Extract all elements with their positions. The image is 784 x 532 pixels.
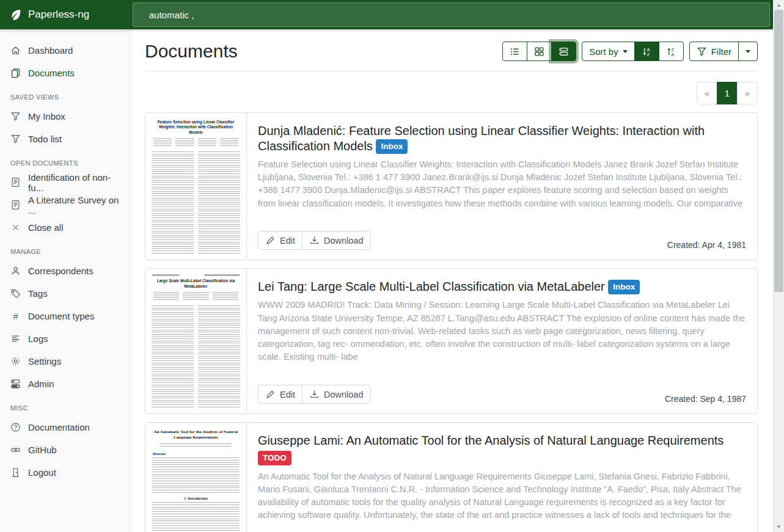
sidebar-item-settings[interactable]: Settings	[0, 350, 130, 373]
pagination-previous[interactable]: «	[697, 82, 717, 104]
house-icon	[10, 45, 21, 56]
topbar: Paperless-ng	[0, 0, 773, 29]
sidebar-heading-misc: MISC	[0, 395, 130, 416]
caret-down-icon	[623, 50, 628, 53]
document-thumbnail[interactable]: An Automatic Tool for the Analysis of Na…	[145, 423, 247, 532]
svg-text:Z: Z	[647, 51, 650, 56]
pagination-row: « 1 »	[145, 82, 758, 104]
gear-icon	[10, 356, 21, 366]
card-actions: Edit Download	[258, 385, 371, 404]
funnel-icon	[10, 111, 21, 122]
card-footer: Edit Download Created: Sep 4, 1987	[258, 374, 746, 404]
filter-button[interactable]: Filter	[689, 42, 739, 61]
document-title[interactable]: Giuseppe Lami: An Automatic Tool for the…	[258, 433, 746, 448]
vertical-scrollbar[interactable]: ▲ ▼	[773, 0, 784, 532]
tag-badge[interactable]: Inbox	[608, 280, 640, 294]
thumbnail-text	[152, 151, 240, 254]
thumbnail-text	[152, 305, 240, 408]
sidebar-item-document-types[interactable]: # Document types	[0, 305, 130, 327]
toggles-icon	[10, 379, 21, 389]
document-card: An Automatic Tool for the Analysis of Na…	[145, 422, 758, 532]
document-excerpt: WWW 2009 MADRID! Track: Data Mining / Se…	[258, 299, 746, 363]
download-icon	[309, 389, 320, 399]
thumbnail-header	[152, 274, 240, 276]
pencil-icon	[265, 389, 276, 399]
document-card-body: Lei Tang: Large Scale Multi-Label Classi…	[247, 269, 757, 414]
sidebar-item-documentation[interactable]: Documentation	[0, 416, 130, 439]
document-excerpt: Feature Selection using Linear Classifie…	[258, 158, 746, 210]
sidebar-item-open-doc-2[interactable]: A Literature Survey on ...	[0, 194, 130, 216]
sidebar-item-logs[interactable]: Logs	[0, 327, 130, 350]
thumbnail-text	[152, 457, 240, 493]
svg-text:A: A	[671, 51, 674, 56]
document-title[interactable]: Lei Tang: Large Scale Multi-Label Classi…	[258, 279, 746, 294]
document-thumbnail[interactable]: Large Scale Multi-Label Classification v…	[145, 269, 247, 414]
search-input[interactable]	[133, 2, 770, 27]
files-icon	[10, 68, 21, 78]
filter-dropdown-button[interactable]	[738, 42, 758, 61]
document-card: Feature Selection using Linear Classifie…	[145, 112, 758, 260]
file-text-icon	[10, 177, 21, 188]
funnel-icon	[697, 46, 707, 57]
sidebar-item-todo-list[interactable]: Todo list	[0, 128, 130, 150]
app-logo[interactable]: Paperless-ng	[0, 0, 130, 29]
grid-view-icon	[534, 46, 544, 57]
document-thumbnail[interactable]: Feature Selection using Linear Classifie…	[145, 113, 247, 260]
scrollbar-thumb[interactable]	[774, 10, 783, 292]
document-card-body: Dunja Mladenić: Feature Selection using …	[247, 113, 757, 260]
sidebar-item-dashboard[interactable]: Dashboard	[0, 39, 130, 62]
sidebar-item-open-doc-1[interactable]: Identification of non-fu...	[0, 171, 130, 194]
pagination-next[interactable]: »	[737, 82, 758, 104]
main-content: Documents Sort by AZ	[131, 29, 773, 532]
details-view-icon	[559, 46, 569, 57]
view-list-button[interactable]	[502, 42, 527, 61]
sidebar-item-my-inbox[interactable]: My Inbox	[0, 105, 130, 128]
document-card: Large Scale Multi-Label Classification v…	[145, 268, 758, 414]
sidebar: Dashboard Documents SAVED VIEWS My Inbox…	[0, 29, 131, 532]
filter-group: Filter	[689, 42, 758, 61]
tag-badge[interactable]: TODO	[258, 451, 291, 465]
view-grid-button[interactable]	[527, 42, 552, 61]
sidebar-heading-open-documents: OPEN DOCUMENTS	[0, 150, 130, 171]
sidebar-item-admin[interactable]: Admin	[0, 373, 130, 395]
text-lines-icon	[10, 333, 21, 344]
page-title: Documents	[145, 40, 238, 63]
sidebar-item-documents[interactable]: Documents	[0, 62, 130, 84]
sort-group: Sort by AZ ZA	[582, 42, 684, 61]
sidebar-item-close-all[interactable]: Close all	[0, 216, 130, 239]
sidebar-heading-saved-views: SAVED VIEWS	[0, 84, 130, 105]
thumbnail-text	[152, 502, 240, 532]
thumbnail-authors	[160, 443, 232, 448]
created-date: Created: Apr 4, 1981	[667, 240, 746, 250]
document-card-body: Giuseppe Lami: An Automatic Tool for the…	[247, 423, 757, 532]
download-button[interactable]: Download	[302, 385, 371, 404]
pagination: « 1 »	[697, 82, 758, 104]
download-icon	[309, 235, 320, 246]
sidebar-heading-manage: MANAGE	[0, 239, 130, 260]
view-toggle-group	[502, 42, 576, 61]
person-icon	[10, 266, 21, 276]
sort-ascending-button[interactable]: ZA	[659, 42, 684, 61]
sidebar-item-logout[interactable]: Logout	[0, 461, 130, 484]
sort-by-button[interactable]: Sort by	[582, 42, 635, 61]
tag-badge[interactable]: Inbox	[376, 139, 408, 154]
scrollbar-up-icon[interactable]: ▲	[774, 1, 784, 10]
tag-row: TODO	[258, 451, 746, 465]
card-footer: Edit Download Created: Apr 4, 1981	[258, 220, 746, 250]
sidebar-item-tags[interactable]: Tags	[0, 282, 130, 305]
created-date: Created: Sep 4, 1987	[665, 394, 746, 404]
scrollbar-down-icon[interactable]: ▼	[774, 522, 784, 531]
edit-button[interactable]: Edit	[258, 231, 302, 250]
search-bar	[130, 0, 773, 29]
thumbnail-authors	[153, 138, 238, 147]
download-button[interactable]: Download	[302, 231, 371, 250]
document-title[interactable]: Dunja Mladenić: Feature Selection using …	[258, 123, 746, 154]
caret-down-icon	[746, 50, 750, 53]
sidebar-item-correspondents[interactable]: Correspondents	[0, 260, 130, 282]
pagination-page-1[interactable]: 1	[717, 82, 738, 104]
documents-toolbar: Sort by AZ ZA Filter	[502, 42, 758, 61]
view-details-button[interactable]	[551, 42, 576, 61]
edit-button[interactable]: Edit	[258, 385, 302, 404]
sidebar-item-github[interactable]: GitHub	[0, 439, 130, 461]
sort-descending-button[interactable]: AZ	[634, 42, 659, 61]
